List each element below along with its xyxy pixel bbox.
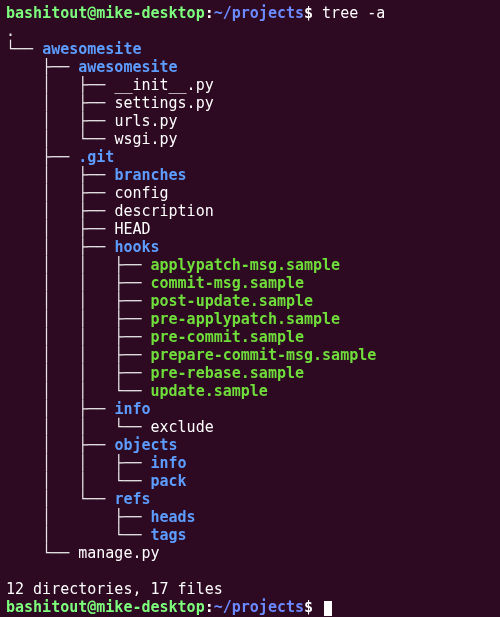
tree-prefix: │ └── (6, 130, 114, 148)
prompt-line-2[interactable]: bashitout@mike-desktop:~/projects$ (6, 598, 494, 616)
prompt-colon: : (205, 4, 214, 22)
tree-prefix: │ ├── (6, 202, 114, 220)
tree-line: └── awesomesite (6, 40, 494, 58)
tree-line: │ ├── branches (6, 166, 494, 184)
tree-line: │ ├── hooks (6, 238, 494, 256)
tree-line: │ └── refs (6, 490, 494, 508)
tree-prefix: │ ├── (6, 220, 114, 238)
tree-line: ├── awesomesite (6, 58, 494, 76)
tree-dir-name: refs (114, 490, 150, 508)
tree-prefix: │ │ ├── (6, 346, 151, 364)
tree-exec-name: post-update.sample (151, 292, 314, 310)
tree-line: │ │ ├── post-update.sample (6, 292, 494, 310)
prompt-userhost: bashitout@mike-desktop (6, 598, 205, 616)
prompt-path: ~/projects (214, 4, 304, 22)
tree-prefix: │ │ ├── (6, 328, 151, 346)
tree-dir-name: info (114, 400, 150, 418)
tree-line: ├── .git (6, 148, 494, 166)
tree-line: │ └── wsgi.py (6, 130, 494, 148)
tree-line: │ ├── HEAD (6, 220, 494, 238)
tree-prefix: │ └── (6, 490, 114, 508)
tree-file-name: exclude (151, 418, 214, 436)
tree-line: │ ├── objects (6, 436, 494, 454)
tree-output: . └── awesomesite ├── awesomesite │ ├── … (6, 22, 494, 562)
tree-file-name: settings.py (114, 94, 213, 112)
tree-line: │ │ ├── pre-applypatch.sample (6, 310, 494, 328)
tree-prefix: └── (6, 40, 42, 58)
tree-prefix: │ │ ├── (6, 310, 151, 328)
tree-line: │ │ └── exclude (6, 418, 494, 436)
tree-prefix: │ ├── (6, 94, 114, 112)
tree-prefix: ├── (6, 58, 78, 76)
tree-prefix: │ │ └── (6, 418, 151, 436)
tree-line: │ │ ├── info (6, 454, 494, 472)
tree-dir-name: objects (114, 436, 177, 454)
cursor-icon (324, 601, 332, 616)
tree-line: └── manage.py (6, 544, 494, 562)
tree-root: . (6, 22, 494, 40)
prompt-line-1: bashitout@mike-desktop:~/projects$ tree … (6, 4, 494, 22)
tree-line: │ ├── config (6, 184, 494, 202)
tree-dir-name: awesomesite (42, 40, 141, 58)
prompt-colon: : (205, 598, 214, 616)
tree-prefix: │ └── (6, 526, 151, 544)
tree-prefix: ├── (6, 148, 78, 166)
tree-line: │ ├── info (6, 400, 494, 418)
tree-dir-name: awesomesite (78, 58, 177, 76)
tree-prefix: │ ├── (6, 508, 151, 526)
tree-prefix: │ │ ├── (6, 292, 151, 310)
tree-dir-name: info (151, 454, 187, 472)
tree-file-name: HEAD (114, 220, 150, 238)
tree-file-name: urls.py (114, 112, 177, 130)
tree-line: │ ├── __init__.py (6, 76, 494, 94)
tree-line: │ └── tags (6, 526, 494, 544)
tree-file-name: config (114, 184, 168, 202)
tree-line: │ ├── heads (6, 508, 494, 526)
tree-prefix: │ ├── (6, 184, 114, 202)
prompt-userhost: bashitout@mike-desktop (6, 4, 205, 22)
tree-file-name: wsgi.py (114, 130, 177, 148)
tree-prefix: │ ├── (6, 436, 114, 454)
tree-prefix: │ │ └── (6, 382, 151, 400)
tree-dir-name: hooks (114, 238, 159, 256)
tree-dir-name: tags (151, 526, 187, 544)
tree-exec-name: update.sample (151, 382, 268, 400)
tree-prefix: │ │ ├── (6, 454, 151, 472)
tree-line: │ ├── description (6, 202, 494, 220)
tree-prefix: │ ├── (6, 166, 114, 184)
tree-line: │ │ ├── prepare-commit-msg.sample (6, 346, 494, 364)
tree-file-name: __init__.py (114, 76, 213, 94)
tree-line: │ │ ├── commit-msg.sample (6, 274, 494, 292)
tree-summary: 12 directories, 17 files (6, 580, 494, 598)
command-text: tree -a (313, 4, 385, 22)
tree-dir-name: .git (78, 148, 114, 166)
tree-prefix: │ ├── (6, 238, 114, 256)
tree-file-name: description (114, 202, 213, 220)
tree-exec-name: pre-rebase.sample (151, 364, 305, 382)
tree-line: │ ├── urls.py (6, 112, 494, 130)
tree-dir-name: heads (151, 508, 196, 526)
prompt-dollar: $ (304, 4, 313, 22)
prompt-path: ~/projects (214, 598, 304, 616)
tree-exec-name: prepare-commit-msg.sample (151, 346, 377, 364)
tree-prefix: │ │ └── (6, 472, 151, 490)
tree-dir-name: pack (151, 472, 187, 490)
tree-line: │ ├── settings.py (6, 94, 494, 112)
tree-prefix: │ ├── (6, 400, 114, 418)
tree-prefix: │ │ ├── (6, 364, 151, 382)
tree-prefix: │ ├── (6, 76, 114, 94)
tree-exec-name: pre-commit.sample (151, 328, 305, 346)
tree-dir-name: branches (114, 166, 186, 184)
tree-file-name: manage.py (78, 544, 159, 562)
tree-line: │ │ ├── pre-rebase.sample (6, 364, 494, 382)
tree-exec-name: applypatch-msg.sample (151, 256, 341, 274)
tree-line: │ │ ├── applypatch-msg.sample (6, 256, 494, 274)
input-area[interactable] (313, 598, 322, 616)
tree-exec-name: pre-applypatch.sample (151, 310, 341, 328)
tree-prefix: │ │ ├── (6, 256, 151, 274)
tree-line: │ │ └── pack (6, 472, 494, 490)
prompt-dollar: $ (304, 598, 313, 616)
tree-exec-name: commit-msg.sample (151, 274, 305, 292)
tree-prefix: │ ├── (6, 112, 114, 130)
tree-prefix: └── (6, 544, 78, 562)
